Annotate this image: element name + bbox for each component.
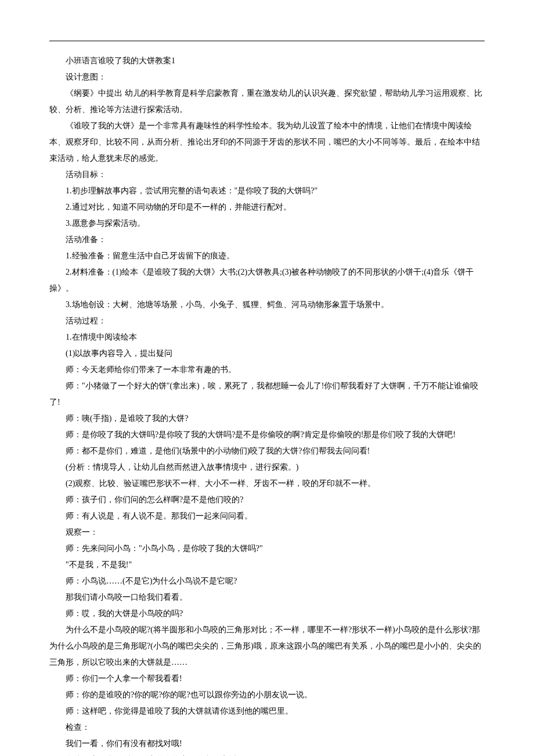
- paragraph: 那我们请小鸟咬一口给我们看看。: [49, 589, 485, 606]
- paragraph: 2.材料准备：(1)绘本《是谁咬了我的大饼》大书;(2)大饼教具;(3)被各种动…: [49, 264, 485, 297]
- paragraph: 活动准备：: [49, 232, 485, 248]
- paragraph: 师：有人说是，有人说不是。那我们一起来问问看。: [49, 508, 485, 524]
- paragraph: 师：这样吧，你觉得是谁咬了我的大饼就请你送到他的嘴巴里。: [49, 703, 485, 719]
- paragraph: 观察一：: [49, 524, 485, 541]
- paragraph: 检查：: [49, 719, 485, 736]
- paragraph: 为什么不是小鸟咬的呢?(将半圆形和小鸟咬的三角形对比；不一样，哪里不一样?形状不…: [49, 622, 485, 671]
- paragraph: 活动目标：: [49, 167, 485, 183]
- paragraph: 1.初步理解故事内容，尝试用完整的语句表述："是你咬了我的大饼吗?": [49, 183, 485, 199]
- paragraph: 3.场地创设：大树、池塘等场景，小鸟、小兔子、狐狸、鳄鱼、河马动物形象置于场景中…: [49, 297, 485, 313]
- paragraph: 师：你们一个人拿一个帮我看看!: [49, 671, 485, 687]
- paragraph: 师：都不是你们，难道，是他们(场景中的小动物们)咬了我的大饼?你们帮我去问问看!: [49, 443, 485, 459]
- paragraph: 1.在情境中阅读绘本: [49, 329, 485, 345]
- paragraph: (1)以故事内容导入，提出疑问: [49, 345, 485, 362]
- paragraph: 活动过程：: [49, 313, 485, 329]
- paragraph: "不是我，不是我!": [49, 557, 485, 573]
- paragraph: 师：今天老师给你们带来了一本非常有趣的书。: [49, 362, 485, 378]
- paragraph: (分析：情境导人，让幼儿自然而然进入故事情境中，进行探索。): [49, 459, 485, 476]
- paragraph: 设计意图：: [49, 69, 485, 85]
- paragraph: 师：咦(手指)，是谁咬了我的大饼?: [49, 411, 485, 427]
- document-body: 小班语言谁咬了我的大饼教案1设计意图：《纲要》中提出 幼儿的科学教育是科学启蒙教…: [49, 53, 485, 756]
- paragraph: 师："小猪做了一个好大的饼"(拿出来)，唉，累死了，我都想睡一会儿了!你们帮我看…: [49, 378, 485, 411]
- paragraph: 师：小鸟说……(不是它)为什么小鸟说不是它呢?: [49, 573, 485, 589]
- document-page: 小班语言谁咬了我的大饼教案1设计意图：《纲要》中提出 幼儿的科学教育是科学启蒙教…: [0, 0, 534, 756]
- paragraph: 我们一看，你们有没有都找对哦!: [49, 736, 485, 752]
- paragraph: (2)观察、比较、验证嘴巴形状不一样、大小不一样、牙齿不一样，咬的牙印就不一样。: [49, 476, 485, 492]
- horizontal-rule: [49, 41, 485, 41]
- paragraph: 小班语言谁咬了我的大饼教案1: [49, 53, 485, 69]
- paragraph: 《纲要》中提出 幼儿的科学教育是科学启蒙教育，重在激发幼儿的认识兴趣、探究欲望，…: [49, 85, 485, 118]
- paragraph: 3.愿意参与探索活动。: [49, 215, 485, 232]
- paragraph: 集体观察、个别纠正，请送错的小朋友自己来纠正。: [49, 752, 485, 756]
- paragraph: 师：先来问问小鸟："小鸟小鸟，是你咬了我的大饼吗?": [49, 541, 485, 557]
- paragraph: 师：孩子们，你们问的怎么样啊?是不是他们咬的?: [49, 492, 485, 508]
- paragraph: 1.经验准备：留意生活中自己牙齿留下的痕迹。: [49, 248, 485, 264]
- paragraph: 师：哎，我的大饼是小鸟咬的吗?: [49, 606, 485, 622]
- paragraph: 师：你的是谁咬的?你的呢?你的呢?也可以跟你旁边的小朋友说一说。: [49, 687, 485, 703]
- paragraph: 《谁咬了我的大饼》是一个非常具有趣味性的科学性绘本。我为幼儿设置了绘本中的情境，…: [49, 118, 485, 167]
- paragraph: 师：是你咬了我的大饼吗?是你咬了我的大饼吗?是不是你偷咬的啊?肯定是你偷咬的!那…: [49, 427, 485, 443]
- paragraph: 2.通过对比，知道不同动物的牙印是不一样的，并能进行配对。: [49, 199, 485, 215]
